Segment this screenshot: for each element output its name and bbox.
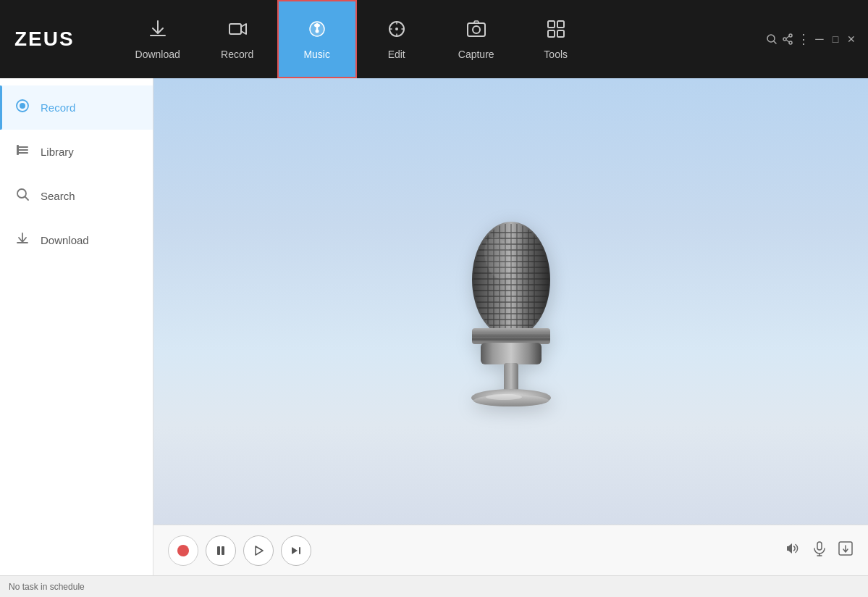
sidebar-item-search[interactable]: Search bbox=[0, 174, 153, 218]
maximize-button[interactable]: □ bbox=[830, 33, 841, 45]
nav-tabs: Download Record Music bbox=[89, 0, 766, 78]
svg-rect-55 bbox=[504, 363, 518, 392]
nav-tab-download-label: Download bbox=[135, 49, 180, 60]
svg-point-2 bbox=[314, 24, 320, 28]
download-nav-icon bbox=[147, 18, 169, 43]
svg-rect-10 bbox=[557, 30, 564, 37]
svg-rect-53 bbox=[472, 338, 550, 341]
svg-point-12 bbox=[789, 34, 792, 37]
sidebar-item-library[interactable]: Library bbox=[0, 130, 153, 174]
sidebar-item-download[interactable]: Download bbox=[0, 218, 153, 262]
download-sidebar-icon bbox=[14, 231, 30, 249]
record-nav-icon bbox=[227, 18, 248, 43]
svg-rect-52 bbox=[472, 332, 550, 334]
more-options-icon[interactable]: ⋮ bbox=[798, 33, 809, 45]
nav-tab-music[interactable]: Music bbox=[277, 0, 357, 78]
sidebar-download-label: Download bbox=[41, 234, 89, 246]
tools-nav-icon bbox=[545, 18, 567, 43]
app-logo: ZEUS bbox=[0, 28, 89, 51]
play-icon bbox=[253, 545, 264, 556]
nav-tab-tools[interactable]: Tools bbox=[516, 0, 596, 78]
nav-tab-download[interactable]: Download bbox=[118, 0, 198, 78]
svg-point-13 bbox=[783, 38, 786, 41]
svg-rect-7 bbox=[548, 21, 555, 28]
close-button[interactable]: ✕ bbox=[846, 33, 857, 45]
search-window-icon[interactable] bbox=[766, 33, 778, 45]
svg-point-14 bbox=[789, 41, 792, 44]
status-text: No task in schedule bbox=[9, 582, 85, 592]
svg-rect-5 bbox=[468, 23, 485, 36]
capture-nav-icon bbox=[465, 18, 487, 43]
edit-nav-icon bbox=[386, 18, 408, 43]
window-controls: ⋮ ─ □ ✕ bbox=[766, 33, 868, 45]
player-bar bbox=[153, 525, 868, 575]
minimize-button[interactable]: ─ bbox=[814, 33, 825, 45]
nav-tab-capture-label: Capture bbox=[458, 49, 494, 60]
svg-rect-62 bbox=[817, 542, 822, 550]
svg-rect-54 bbox=[481, 343, 542, 364]
svg-rect-20 bbox=[17, 145, 19, 155]
content-area bbox=[153, 78, 868, 575]
svg-rect-9 bbox=[548, 30, 555, 37]
play-button[interactable] bbox=[243, 535, 274, 566]
record-sidebar-icon bbox=[14, 99, 30, 117]
record-dot-icon bbox=[177, 545, 189, 556]
skip-forward-button[interactable] bbox=[281, 535, 311, 566]
nav-tab-capture[interactable]: Capture bbox=[437, 0, 516, 78]
svg-rect-59 bbox=[217, 546, 220, 555]
main-layout: Record Library Search bbox=[0, 78, 868, 575]
svg-rect-51 bbox=[472, 328, 550, 344]
nav-tab-record-label: Record bbox=[221, 49, 253, 60]
sidebar-library-label: Library bbox=[41, 146, 74, 158]
titlebar: ZEUS Download Record bbox=[0, 0, 868, 78]
share-window-icon[interactable] bbox=[782, 33, 793, 45]
export-icon[interactable] bbox=[838, 540, 854, 560]
nav-tab-edit[interactable]: Edit bbox=[357, 0, 437, 78]
player-controls bbox=[168, 535, 311, 566]
svg-rect-0 bbox=[229, 24, 241, 34]
library-sidebar-icon bbox=[14, 143, 30, 161]
svg-rect-60 bbox=[222, 546, 224, 555]
volume-icon[interactable] bbox=[785, 540, 801, 560]
skip-forward-icon bbox=[290, 545, 302, 556]
svg-rect-61 bbox=[299, 547, 300, 554]
nav-tab-tools-label: Tools bbox=[544, 49, 568, 60]
status-bar: No task in schedule bbox=[0, 575, 868, 597]
music-nav-icon bbox=[306, 18, 328, 43]
nav-tab-music-label: Music bbox=[303, 49, 330, 60]
microphone-icon[interactable] bbox=[812, 540, 827, 560]
svg-rect-8 bbox=[557, 21, 564, 28]
sidebar-item-record[interactable]: Record bbox=[0, 85, 153, 130]
svg-point-58 bbox=[486, 394, 522, 400]
nav-tab-record[interactable]: Record bbox=[198, 0, 277, 78]
nav-tab-edit-label: Edit bbox=[388, 49, 405, 60]
sidebar-search-label: Search bbox=[41, 190, 75, 202]
svg-point-16 bbox=[20, 103, 25, 109]
svg-point-3 bbox=[315, 30, 319, 33]
sidebar-record-label: Record bbox=[41, 101, 75, 114]
search-sidebar-icon bbox=[14, 187, 30, 205]
svg-point-21 bbox=[17, 189, 26, 198]
player-right-controls bbox=[785, 540, 854, 560]
microphone-container bbox=[439, 211, 583, 414]
svg-point-6 bbox=[473, 26, 480, 33]
pause-button[interactable] bbox=[206, 535, 236, 566]
record-button[interactable] bbox=[168, 535, 198, 566]
sidebar: Record Library Search bbox=[0, 78, 153, 575]
microphone-image bbox=[439, 211, 583, 414]
pause-icon bbox=[215, 545, 227, 556]
